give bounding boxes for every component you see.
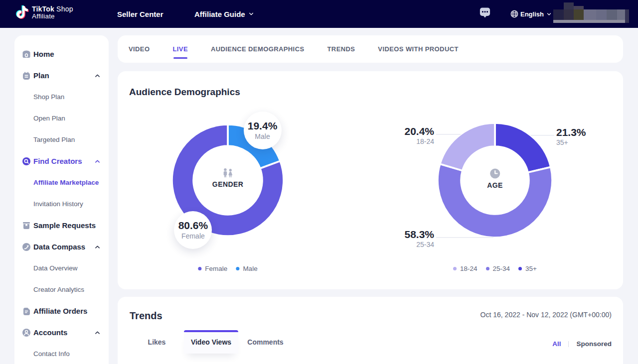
- sidebar-item-plan[interactable]: Plan: [14, 65, 109, 86]
- data-compass-icon: [22, 243, 31, 251]
- nav-label: Seller Center: [117, 10, 163, 18]
- trends-panel: Trends Oct 16, 2022 - Nov 12, 2022 (GMT+…: [118, 297, 623, 364]
- sidebar-item-contact-info[interactable]: Contact Info: [14, 343, 109, 364]
- sidebar-item-open-plan[interactable]: Open Plan: [14, 108, 109, 129]
- slice-label-female: 80.6%Female: [174, 211, 212, 249]
- sidebar-item-data-compass[interactable]: Data Compass: [14, 236, 109, 257]
- sidebar-item-label: Data Overview: [33, 264, 78, 272]
- legend-item-female[interactable]: Female: [198, 265, 227, 272]
- slice-18-24[interactable]: [440, 123, 495, 171]
- tab-video[interactable]: VIDEO: [129, 35, 150, 63]
- gender-icon: [212, 168, 243, 179]
- sidebar-item-label: Sample Requests: [33, 221, 96, 230]
- tab-videos-with-product[interactable]: VIDEOS WITH PRODUCT: [378, 35, 458, 63]
- plan-icon: [22, 71, 31, 80]
- legend-dot: [453, 267, 457, 270]
- donut-center-label: AGE: [487, 168, 503, 189]
- slice-name: 35+: [556, 139, 586, 146]
- sidebar-item-creator-analytics[interactable]: Creator Analytics: [14, 279, 109, 300]
- legend-item-35plus[interactable]: 35+: [518, 265, 537, 272]
- chart-legend: 18-2425-3435+: [453, 265, 537, 272]
- gender-chart: GENDER19.4%Male80.6%FemaleFemaleMale: [118, 71, 370, 289]
- tab-audience-demographics[interactable]: AUDIENCE DEMOGRAPHICS: [211, 35, 305, 63]
- globe-icon: [510, 10, 518, 18]
- chevron-up-icon: [95, 159, 100, 164]
- slice-name: 25-34: [404, 241, 434, 248]
- slice-percent: 80.6%: [178, 221, 208, 231]
- sidebar-item-accounts[interactable]: Accounts: [14, 322, 109, 343]
- sidebar-item-label: Find Creators: [33, 157, 82, 165]
- language-label: English: [520, 10, 544, 18]
- legend-dot: [198, 267, 201, 270]
- tab-live[interactable]: LIVE: [172, 35, 188, 63]
- sidebar-item-affiliate-orders[interactable]: Affiliate Orders: [14, 300, 109, 322]
- trends-tab-comments[interactable]: Comments: [238, 330, 293, 354]
- legend-label: 25-34: [493, 265, 510, 272]
- sidebar-item-label: Invitation History: [33, 200, 83, 208]
- trends-filters: AllSponsored: [552, 340, 612, 348]
- sidebar-item-find-creators[interactable]: Find Creators: [14, 150, 109, 172]
- sidebar-item-data-overview[interactable]: Data Overview: [14, 257, 109, 279]
- slice-name: Female: [181, 233, 205, 240]
- chevron-down-icon: [249, 11, 254, 16]
- logo-brand: TikTok: [32, 5, 54, 13]
- legend-item-25-34[interactable]: 25-34: [486, 265, 510, 272]
- sidebar-item-label: Plan: [33, 71, 49, 80]
- sidebar-item-invitation-history[interactable]: Invitation History: [14, 193, 109, 215]
- legend-dot: [486, 267, 489, 270]
- age-chart: AGE21.3%35+58.3%25-3420.4%18-2418-2425-3…: [370, 71, 623, 289]
- slice-percent: 19.4%: [248, 121, 278, 131]
- slice-name: Male: [255, 133, 270, 140]
- sidebar-item-label: Accounts: [33, 328, 67, 337]
- sidebar-item-label: Targeted Plan: [33, 136, 75, 143]
- chart-legend: FemaleMale: [198, 265, 257, 272]
- logo-brand-suffix: Shop: [54, 5, 73, 13]
- legend-item-male[interactable]: Male: [236, 265, 257, 272]
- slice-label-35plus: 21.3%35+: [556, 127, 586, 146]
- gender-donut: [118, 71, 370, 289]
- accounts-icon: [22, 328, 31, 337]
- sidebar-item-label: Open Plan: [33, 115, 65, 122]
- sidebar-item-shop-plan[interactable]: Shop Plan: [14, 86, 109, 108]
- sidebar-item-label: Affiliate Orders: [33, 307, 87, 315]
- chevron-up-icon: [95, 73, 100, 79]
- nav-affiliate-guide[interactable]: Affiliate Guide: [194, 0, 254, 28]
- section-title: Trends: [130, 310, 162, 322]
- sidebar-item-affiliate-marketplace[interactable]: Affiliate Marketplace: [14, 172, 109, 193]
- top-header: TikTok Shop Affiliate Seller Center Affi…: [0, 0, 638, 28]
- sidebar-item-sample-requests[interactable]: Sample Requests: [14, 215, 109, 236]
- slice-label-18-24: 20.4%18-24: [404, 126, 434, 145]
- sidebar-item-label: Creator Analytics: [33, 286, 84, 293]
- affiliate-orders-icon: [22, 307, 31, 316]
- slice-name: 18-24: [404, 138, 434, 145]
- filter-all[interactable]: All: [552, 340, 561, 348]
- sidebar-item-home[interactable]: Home: [14, 43, 109, 65]
- sidebar-item-label: Affiliate Marketplace: [33, 179, 99, 186]
- sidebar-item-label: Contact Info: [33, 350, 70, 358]
- user-account-redacted[interactable]: [553, 2, 629, 23]
- nav-seller-center[interactable]: Seller Center: [117, 0, 163, 28]
- legend-label: Male: [243, 265, 257, 272]
- logo-wordmark: TikTok Shop Affiliate: [32, 6, 73, 20]
- nav-label: Affiliate Guide: [194, 10, 245, 18]
- find-creators-icon: [22, 157, 31, 166]
- chevron-up-icon: [95, 330, 100, 336]
- tab-trends[interactable]: TRENDS: [327, 35, 355, 63]
- audience-demographics-panel: Audience Demographics GENDER19.4%Male80.…: [118, 71, 623, 289]
- sample-requests-icon: [22, 221, 31, 230]
- language-selector[interactable]: English: [510, 0, 551, 28]
- legend-dot: [236, 267, 239, 270]
- trends-tab-video-views[interactable]: Video Views: [184, 330, 238, 354]
- slice-35plus[interactable]: [495, 123, 551, 172]
- legend-item-18-24[interactable]: 18-24: [453, 265, 478, 272]
- filter-sponsored[interactable]: Sponsored: [576, 340, 612, 348]
- chat-icon[interactable]: [479, 6, 490, 18]
- chevron-up-icon: [95, 244, 100, 250]
- sidebar-item-label: Home: [33, 50, 54, 58]
- sidebar-item-targeted-plan[interactable]: Targeted Plan: [14, 129, 109, 150]
- tiktok-shop-affiliate-logo[interactable]: TikTok Shop Affiliate: [15, 4, 73, 20]
- trends-tab-likes[interactable]: Likes: [130, 330, 184, 354]
- donut-title: GENDER: [212, 180, 243, 188]
- slice-label-male: 19.4%Male: [244, 112, 282, 149]
- chevron-down-icon: [547, 12, 551, 16]
